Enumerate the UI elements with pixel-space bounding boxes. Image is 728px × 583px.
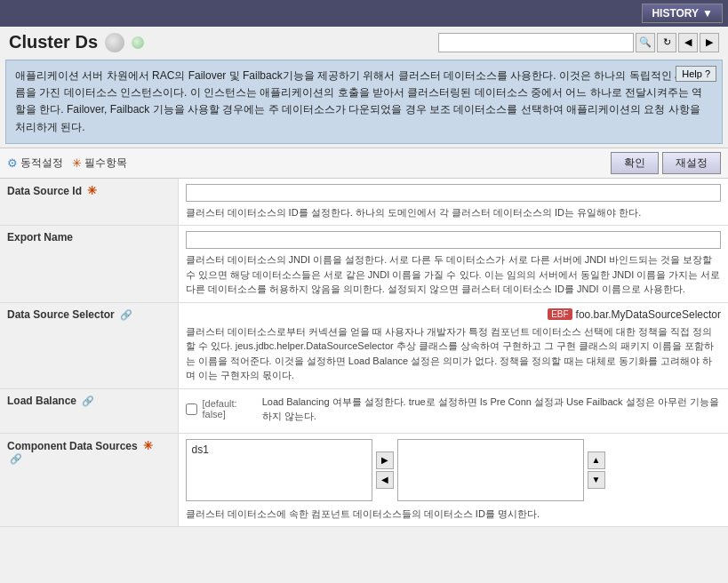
search-area: 🔍 ↻ ◀ ▶: [438, 33, 719, 52]
history-button[interactable]: HISTORY ▼: [642, 4, 723, 23]
nav-next-button[interactable]: ▶: [700, 33, 719, 52]
load-balance-label: Load Balance: [7, 395, 76, 407]
export-name-input[interactable]: [186, 231, 722, 249]
ds-badge: EBF: [548, 308, 572, 320]
table-row: Data Source Id ✳ 클러스터 데이터소스의 ID를 설정한다. 하…: [0, 179, 728, 226]
load-balance-link-icon[interactable]: 🔗: [82, 395, 94, 406]
export-name-label-cell: Export Name: [0, 226, 178, 303]
move-down-button[interactable]: ▼: [588, 471, 605, 489]
component-ds-required-icon: ✳: [143, 439, 153, 452]
move-up-button[interactable]: ▲: [588, 451, 605, 469]
description-text: 애플리케이션 서버 차원에서 RAC의 Failover 및 Failback기…: [15, 69, 712, 133]
load-balance-checkbox-row: [default: false] Load Balancing 여부를 설정한다…: [186, 395, 722, 424]
updown-col: ▲ ▼: [588, 439, 605, 501]
component-ds-area: ds1 ▶ ◀ ▲ ▼: [186, 439, 722, 501]
description-box: 애플리케이션 서버 차원에서 RAC의 Failover 및 Failback기…: [5, 60, 723, 144]
arrow-col: ▶ ◀: [376, 439, 394, 501]
decoration-circle-1: [105, 33, 124, 52]
component-ds-right-list[interactable]: [397, 439, 584, 501]
asterisk-icon: ✳: [72, 156, 82, 170]
component-ds-link-icon[interactable]: 🔗: [10, 453, 22, 464]
data-source-id-required-icon: ✳: [87, 184, 97, 197]
confirm-button[interactable]: 확인: [611, 152, 659, 174]
data-source-id-description: 클러스터 데이터소스의 ID를 설정한다. 하나의 도메인에서 각 클러스터 데…: [186, 205, 722, 220]
data-source-selector-value-cell: EBF foo.bar.MyDataSourceSelector 클러스터 데이…: [178, 302, 728, 388]
data-source-selector-label: Data Source Selector: [7, 308, 115, 321]
dynamic-settings-item[interactable]: ⚙ 동적설정: [7, 156, 63, 171]
export-name-value-cell: 클러스터 데이터소스의 JNDI 이름을 설정한다. 서로 다른 두 데이터소스…: [178, 226, 728, 303]
component-ds-value-cell: ds1 ▶ ◀ ▲ ▼ 클러스터 데이터소스에 속한 컴포넌트 데이터소스들의 …: [178, 433, 728, 527]
toolbar-left: ⚙ 동적설정 ✳ 필수항목: [7, 156, 127, 171]
search-button[interactable]: 🔍: [636, 33, 655, 52]
settings-icon: ⚙: [7, 156, 18, 170]
load-balance-value-cell: [default: false] Load Balancing 여부를 설정한다…: [178, 388, 728, 433]
data-source-id-value-cell: 클러스터 데이터소스의 ID를 설정한다. 하나의 도메인에서 각 클러스터 데…: [178, 179, 728, 226]
ds-value-text: foo.bar.MyDataSourceSelector: [576, 308, 721, 321]
load-balance-label-cell: Load Balance 🔗: [0, 388, 178, 433]
history-arrow-icon: ▼: [702, 7, 713, 20]
component-ds-label-cell: Component Data Sources ✳ 🔗: [0, 433, 178, 527]
list-item[interactable]: ds1: [188, 442, 370, 458]
component-ds-label: Component Data Sources: [7, 440, 138, 452]
export-name-description: 클러스터 데이터소스의 JNDI 이름을 설정한다. 서로 다른 두 데이터소스…: [186, 252, 722, 297]
toolbar-row: ⚙ 동적설정 ✳ 필수항목 확인 재설정: [0, 148, 728, 179]
load-balance-default-badge: [default: false]: [203, 398, 257, 419]
component-ds-description: 클러스터 데이터소스에 속한 컴포넌트 데이터소스들의 데이터소스 ID를 명시…: [186, 507, 722, 522]
confirm-label: 확인: [624, 156, 645, 169]
load-balance-checkbox[interactable]: [186, 403, 197, 415]
data-source-id-input[interactable]: [186, 184, 722, 202]
history-label: HISTORY: [652, 7, 699, 20]
refresh-button[interactable]: ↻: [657, 33, 676, 52]
table-row: Component Data Sources ✳ 🔗 ds1 ▶ ◀ ▲ ▼: [0, 433, 728, 527]
move-right-button[interactable]: ▶: [376, 451, 394, 469]
data-source-selector-link-icon[interactable]: 🔗: [120, 309, 132, 320]
table-row: Data Source Selector 🔗 EBF foo.bar.MyDat…: [0, 302, 728, 388]
table-row: Export Name 클러스터 데이터소스의 JNDI 이름을 설정한다. 서…: [0, 226, 728, 303]
reset-button[interactable]: 재설정: [662, 152, 721, 174]
form-table: Data Source Id ✳ 클러스터 데이터소스의 ID를 설정한다. 하…: [0, 179, 728, 528]
move-left-button[interactable]: ◀: [376, 471, 394, 489]
title-area: Cluster Ds: [9, 32, 144, 52]
data-source-id-label-cell: Data Source Id ✳: [0, 179, 178, 226]
page-title: Cluster Ds: [9, 32, 98, 52]
header-row: Cluster Ds 🔍 ↻ ◀ ▶: [0, 27, 728, 56]
dynamic-settings-label: 동적설정: [20, 156, 63, 171]
reset-label: 재설정: [676, 156, 708, 169]
export-name-label: Export Name: [7, 231, 73, 244]
data-source-id-label: Data Source Id: [7, 185, 82, 197]
top-bar: HISTORY ▼: [0, 0, 728, 27]
component-ds-left-list[interactable]: ds1: [186, 439, 372, 501]
data-source-selector-description: 클러스터 데이터소스로부터 커넥션을 얻을 때 사용자나 개발자가 특정 컴포넌…: [186, 324, 722, 383]
load-balance-description: Load Balancing 여부를 설정한다. true로 설정하면 Is P…: [262, 395, 721, 424]
nav-prev-button[interactable]: ◀: [678, 33, 698, 52]
required-label: 필수항목: [84, 156, 127, 171]
search-input[interactable]: [438, 33, 634, 52]
data-source-selector-label-cell: Data Source Selector 🔗: [0, 302, 178, 388]
decoration-circle-2: [132, 36, 144, 49]
required-item: ✳ 필수항목: [72, 156, 127, 171]
table-row: Load Balance 🔗 [default: false] Load Bal…: [0, 388, 728, 433]
datasource-selector-value-row: EBF foo.bar.MyDataSourceSelector: [186, 308, 722, 321]
help-label: Help ?: [682, 68, 710, 79]
toolbar-right: 확인 재설정: [611, 152, 721, 174]
help-button[interactable]: Help ?: [676, 66, 716, 82]
